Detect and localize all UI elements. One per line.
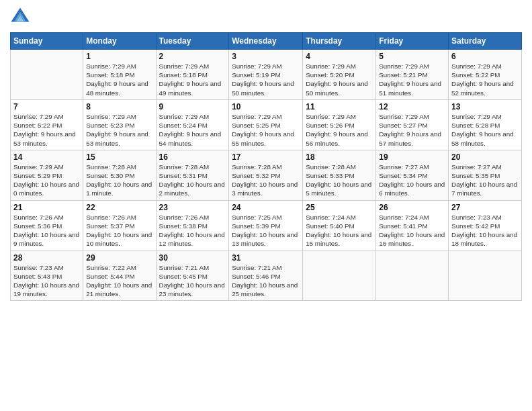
day-cell: 17Sunrise: 7:28 AM Sunset: 5:32 PM Dayli… [229,150,303,200]
day-number: 17 [232,152,300,162]
day-info: Sunrise: 7:22 AM Sunset: 5:44 PM Dayligh… [86,263,152,299]
day-number: 4 [306,52,373,61]
header-cell-wednesday: Wednesday [229,33,303,50]
day-cell: 4Sunrise: 7:29 AM Sunset: 5:20 PM Daylig… [303,50,376,100]
day-info: Sunrise: 7:24 AM Sunset: 5:41 PM Dayligh… [379,213,445,248]
day-cell: 8Sunrise: 7:29 AM Sunset: 5:23 PM Daylig… [83,99,156,150]
week-row-3: 14Sunrise: 7:29 AM Sunset: 5:29 PM Dayli… [11,150,522,200]
day-cell: 26Sunrise: 7:24 AM Sunset: 5:41 PM Dayli… [376,200,449,250]
day-cell: 11Sunrise: 7:29 AM Sunset: 5:26 PM Dayli… [303,99,376,150]
day-number: 14 [13,152,80,162]
day-cell: 19Sunrise: 7:27 AM Sunset: 5:34 PM Dayli… [376,150,449,200]
day-cell [303,250,376,301]
page: SundayMondayTuesdayWednesdayThursdayFrid… [0,0,532,411]
day-cell [376,250,449,301]
day-number: 31 [232,253,300,263]
day-info: Sunrise: 7:28 AM Sunset: 5:30 PM Dayligh… [86,163,152,198]
day-number: 24 [232,203,300,212]
day-info: Sunrise: 7:26 AM Sunset: 5:36 PM Dayligh… [13,213,80,248]
day-number: 19 [379,152,445,162]
day-number: 29 [86,253,152,263]
week-row-1: 1Sunrise: 7:29 AM Sunset: 5:18 PM Daylig… [11,50,522,100]
day-info: Sunrise: 7:29 AM Sunset: 5:27 PM Dayligh… [379,112,445,148]
day-cell: 24Sunrise: 7:25 AM Sunset: 5:39 PM Dayli… [229,200,303,250]
day-cell: 25Sunrise: 7:24 AM Sunset: 5:40 PM Dayli… [303,200,376,250]
day-cell: 1Sunrise: 7:29 AM Sunset: 5:18 PM Daylig… [83,50,156,100]
day-number: 23 [159,203,226,212]
day-info: Sunrise: 7:29 AM Sunset: 5:29 PM Dayligh… [13,163,80,198]
day-cell: 16Sunrise: 7:28 AM Sunset: 5:31 PM Dayli… [156,150,229,200]
day-number: 21 [13,203,80,212]
day-number: 10 [232,102,300,111]
header [10,7,522,27]
day-cell: 7Sunrise: 7:29 AM Sunset: 5:22 PM Daylig… [11,99,83,150]
day-cell: 5Sunrise: 7:29 AM Sunset: 5:21 PM Daylig… [376,50,449,100]
day-cell: 10Sunrise: 7:29 AM Sunset: 5:25 PM Dayli… [229,99,303,150]
day-info: Sunrise: 7:29 AM Sunset: 5:25 PM Dayligh… [232,112,300,148]
day-number: 11 [306,102,373,111]
day-info: Sunrise: 7:29 AM Sunset: 5:28 PM Dayligh… [451,112,519,148]
header-cell-friday: Friday [376,33,449,50]
day-number: 16 [159,152,226,162]
header-cell-thursday: Thursday [303,33,376,50]
day-info: Sunrise: 7:29 AM Sunset: 5:19 PM Dayligh… [232,62,300,97]
day-cell: 13Sunrise: 7:29 AM Sunset: 5:28 PM Dayli… [449,99,522,150]
day-info: Sunrise: 7:23 AM Sunset: 5:43 PM Dayligh… [13,263,80,299]
day-number: 8 [86,102,152,111]
day-cell: 15Sunrise: 7:28 AM Sunset: 5:30 PM Dayli… [83,150,156,200]
week-row-5: 28Sunrise: 7:23 AM Sunset: 5:43 PM Dayli… [11,250,522,301]
day-number: 25 [306,203,373,212]
day-info: Sunrise: 7:28 AM Sunset: 5:33 PM Dayligh… [306,163,373,198]
header-cell-monday: Monday [83,33,156,50]
day-info: Sunrise: 7:29 AM Sunset: 5:24 PM Dayligh… [159,112,226,148]
day-number: 27 [451,203,519,212]
day-cell [449,250,522,301]
day-info: Sunrise: 7:21 AM Sunset: 5:46 PM Dayligh… [232,263,300,299]
week-row-4: 21Sunrise: 7:26 AM Sunset: 5:36 PM Dayli… [11,200,522,250]
day-number: 15 [86,152,152,162]
day-cell: 9Sunrise: 7:29 AM Sunset: 5:24 PM Daylig… [156,99,229,150]
logo-icon [10,7,30,27]
day-number: 12 [379,102,445,111]
day-cell: 31Sunrise: 7:21 AM Sunset: 5:46 PM Dayli… [229,250,303,301]
day-number: 26 [379,203,445,212]
day-number: 13 [451,102,519,111]
day-number: 18 [306,152,373,162]
day-cell: 23Sunrise: 7:26 AM Sunset: 5:38 PM Dayli… [156,200,229,250]
day-cell: 27Sunrise: 7:23 AM Sunset: 5:42 PM Dayli… [449,200,522,250]
week-row-2: 7Sunrise: 7:29 AM Sunset: 5:22 PM Daylig… [11,99,522,150]
day-info: Sunrise: 7:29 AM Sunset: 5:18 PM Dayligh… [159,62,226,97]
day-number: 9 [159,102,226,111]
day-number: 3 [232,52,300,61]
day-cell: 6Sunrise: 7:29 AM Sunset: 5:22 PM Daylig… [449,50,522,100]
day-cell: 12Sunrise: 7:29 AM Sunset: 5:27 PM Dayli… [376,99,449,150]
day-info: Sunrise: 7:24 AM Sunset: 5:40 PM Dayligh… [306,213,373,248]
day-cell: 21Sunrise: 7:26 AM Sunset: 5:36 PM Dayli… [11,200,83,250]
day-number: 30 [159,253,226,263]
day-number: 2 [159,52,226,61]
day-info: Sunrise: 7:26 AM Sunset: 5:38 PM Dayligh… [159,213,226,248]
header-cell-saturday: Saturday [449,33,522,50]
day-info: Sunrise: 7:23 AM Sunset: 5:42 PM Dayligh… [451,213,519,248]
day-info: Sunrise: 7:26 AM Sunset: 5:37 PM Dayligh… [86,213,152,248]
day-cell: 30Sunrise: 7:21 AM Sunset: 5:45 PM Dayli… [156,250,229,301]
day-cell: 2Sunrise: 7:29 AM Sunset: 5:18 PM Daylig… [156,50,229,100]
day-cell: 29Sunrise: 7:22 AM Sunset: 5:44 PM Dayli… [83,250,156,301]
day-info: Sunrise: 7:29 AM Sunset: 5:23 PM Dayligh… [86,112,152,148]
day-number: 7 [13,102,80,111]
day-cell [11,50,83,100]
logo [10,7,33,27]
header-cell-tuesday: Tuesday [156,33,229,50]
day-cell: 3Sunrise: 7:29 AM Sunset: 5:19 PM Daylig… [229,50,303,100]
day-info: Sunrise: 7:27 AM Sunset: 5:34 PM Dayligh… [379,163,445,198]
day-info: Sunrise: 7:29 AM Sunset: 5:20 PM Dayligh… [306,62,373,97]
day-cell: 14Sunrise: 7:29 AM Sunset: 5:29 PM Dayli… [11,150,83,200]
day-cell: 20Sunrise: 7:27 AM Sunset: 5:35 PM Dayli… [449,150,522,200]
day-info: Sunrise: 7:29 AM Sunset: 5:26 PM Dayligh… [306,112,373,148]
day-cell: 18Sunrise: 7:28 AM Sunset: 5:33 PM Dayli… [303,150,376,200]
day-number: 28 [13,253,80,263]
day-info: Sunrise: 7:25 AM Sunset: 5:39 PM Dayligh… [232,213,300,248]
day-info: Sunrise: 7:29 AM Sunset: 5:22 PM Dayligh… [13,112,80,148]
day-info: Sunrise: 7:29 AM Sunset: 5:18 PM Dayligh… [86,62,152,97]
day-number: 22 [86,203,152,212]
